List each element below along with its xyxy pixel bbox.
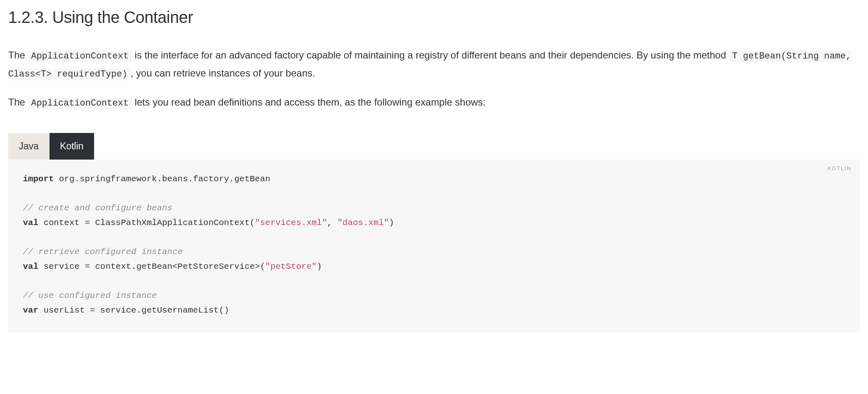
text: lets you read bean definitions and acces… <box>132 97 486 108</box>
code-keyword: val <box>23 262 38 271</box>
code-text: , <box>327 218 337 227</box>
code-string: "daos.xml" <box>337 218 389 227</box>
code-text: ) <box>389 218 394 227</box>
intro-paragraph-1: The ApplicationContext is the interface … <box>8 47 860 82</box>
code-text: ) <box>317 262 322 271</box>
code-keyword: var <box>23 306 38 315</box>
text: is the interface for an advanced factory… <box>132 50 729 61</box>
code-comment: // create and configure beans <box>23 203 172 213</box>
text: , you can retrieve instances of your bea… <box>130 68 315 79</box>
intro-paragraph-2: The ApplicationContext lets you read bea… <box>8 94 860 112</box>
code-block: KOTLIN import org.springframework.beans.… <box>8 160 860 333</box>
text: The <box>8 50 28 61</box>
code-listing: import org.springframework.beans.factory… <box>23 172 845 318</box>
section-heading: 1.2.3. Using the Container <box>8 4 860 30</box>
code-text: org.springframework.beans.factory.getBea… <box>54 174 270 184</box>
text: The <box>8 97 28 108</box>
tab-kotlin[interactable]: Kotlin <box>49 133 94 160</box>
code-keyword: val <box>23 218 38 227</box>
tab-java[interactable]: Java <box>8 133 49 160</box>
code-text: context = ClassPathXmlApplicationContext… <box>38 218 255 227</box>
code-string: "services.xml" <box>255 218 327 227</box>
inline-code-applicationcontext: ApplicationContext <box>28 50 132 62</box>
code-text: userList = service.getUsernameList() <box>38 306 229 315</box>
inline-code-applicationcontext: ApplicationContext <box>28 97 132 109</box>
language-tabs: Java Kotlin <box>8 133 860 160</box>
code-comment: // use configured instance <box>23 291 157 300</box>
code-comment: // retrieve configured instance <box>23 247 183 257</box>
code-text: service = context.getBean<PetStoreServic… <box>38 262 265 271</box>
language-badge: KOTLIN <box>828 164 852 173</box>
code-string: "petStore" <box>265 262 317 271</box>
code-keyword: import <box>23 174 54 184</box>
